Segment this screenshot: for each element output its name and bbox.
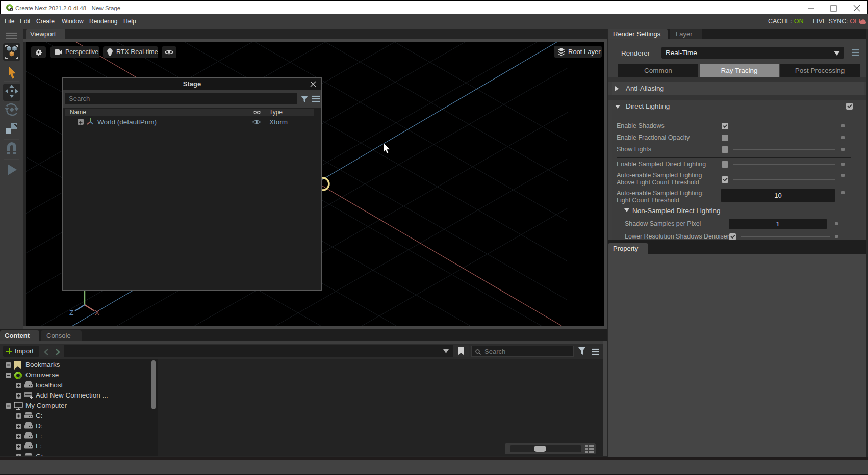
svg-text:Z: Z bbox=[69, 309, 73, 316]
svg-text:X: X bbox=[95, 309, 99, 316]
